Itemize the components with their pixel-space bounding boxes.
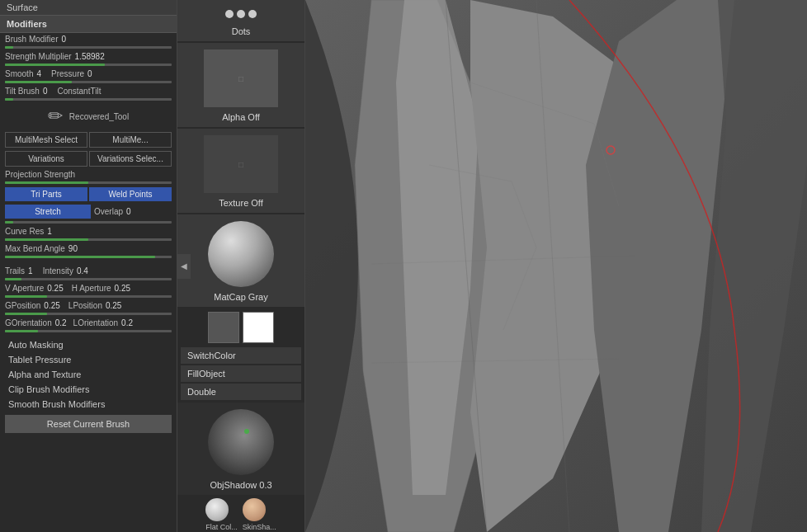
flat-color-item[interactable]: Flat Col... bbox=[205, 498, 238, 531]
white-color-swatch[interactable] bbox=[243, 312, 274, 343]
viewport-svg bbox=[305, 0, 807, 532]
viewport[interactable] bbox=[305, 0, 807, 532]
max-bend-label: Max Bend Angle bbox=[5, 244, 65, 253]
skin-shader-label: SkinSha... bbox=[243, 523, 276, 531]
pressure-label: Pressure bbox=[51, 69, 84, 78]
obj-shadow-label: ObjShadow 0.3 bbox=[181, 478, 301, 492]
stretch-overlap-row: Stretch Overlap 0 bbox=[0, 203, 177, 220]
pressure-value: 0 bbox=[87, 69, 92, 78]
dots-icon bbox=[181, 3, 301, 25]
flat-color-ball bbox=[205, 498, 229, 521]
surface-bar[interactable]: Surface bbox=[0, 0, 177, 16]
h-aperture-value: 0.25 bbox=[115, 284, 130, 293]
flat-skin-row: Flat Col... SkinSha... bbox=[177, 495, 304, 532]
dot-3 bbox=[248, 10, 257, 18]
orientation-row: GOrientation 0.2 LOrientation 0.2 bbox=[0, 317, 177, 329]
tool-icon-row: ✏ Recovered_Tool bbox=[0, 102, 177, 130]
multimesh-row: MultiMesh Select MultiMe... bbox=[0, 130, 177, 149]
alpha-texture-link[interactable]: Alpha and Texture bbox=[0, 367, 177, 382]
smooth-pressure-row: Smooth 4 Pressure 0 bbox=[0, 68, 177, 80]
smooth-value: 4 bbox=[36, 69, 41, 78]
g-position-label: GPosition bbox=[5, 301, 40, 310]
projection-strength-label: Projection Strength bbox=[5, 170, 75, 179]
alpha-off-label: Alpha Off bbox=[181, 111, 301, 124]
brush-modifier-slider[interactable] bbox=[5, 46, 172, 49]
tilt-slider[interactable] bbox=[5, 98, 172, 101]
surface-label: Surface bbox=[7, 2, 38, 12]
multimesh-btn[interactable]: MultiMe... bbox=[89, 132, 172, 148]
smooth-brush-link[interactable]: Smooth Brush Modifiers bbox=[0, 397, 177, 412]
weld-points-btn[interactable]: Weld Points bbox=[89, 187, 172, 201]
brush-modifier-value: 0 bbox=[61, 35, 66, 44]
l-orientation-value: 0.2 bbox=[121, 318, 133, 327]
h-aperture-label: H Aperture bbox=[72, 284, 111, 293]
dot-2 bbox=[237, 10, 245, 18]
reset-brush-btn[interactable]: Reset Current Brush bbox=[5, 415, 172, 433]
variations-select-btn[interactable]: Variations Selec... bbox=[89, 151, 172, 167]
obj-shadow-section: ObjShadow 0.3 bbox=[177, 403, 304, 495]
skin-shader-ball bbox=[243, 498, 266, 521]
dot-1 bbox=[225, 10, 234, 18]
tilt-row: Tilt Brush 0 ConstantTilt bbox=[0, 85, 177, 97]
skin-shader-item[interactable]: SkinSha... bbox=[243, 498, 276, 531]
color-row bbox=[177, 308, 304, 346]
smooth-slider[interactable] bbox=[5, 81, 172, 83]
brush-modifier-label: Brush Modifier bbox=[5, 35, 58, 44]
stretch-btn[interactable]: Stretch bbox=[5, 205, 91, 219]
max-bend-row: Max Bend Angle 90 bbox=[0, 242, 177, 255]
trails-intensity-row: Trails 1 Intensity 0.4 bbox=[0, 265, 177, 277]
trails-slider[interactable] bbox=[5, 278, 172, 280]
aperture-slider[interactable] bbox=[5, 295, 172, 298]
max-bend-value: 90 bbox=[68, 244, 78, 253]
double-btn[interactable]: Double bbox=[181, 384, 301, 400]
g-position-value: 0.25 bbox=[44, 301, 59, 310]
matcap-label: MatCap Gray bbox=[181, 290, 301, 304]
collapse-arrow[interactable]: ◀ bbox=[177, 254, 191, 279]
curve-res-slider[interactable] bbox=[5, 238, 172, 241]
brush-icon: ✏ bbox=[48, 106, 63, 127]
strength-multiplier-value: 1.58982 bbox=[75, 52, 105, 61]
position-row: GPosition 0.25 LPosition 0.25 bbox=[0, 299, 177, 312]
texture-off-section[interactable]: □ Texture Off bbox=[177, 129, 304, 213]
clip-brush-link[interactable]: Clip Brush Modifiers bbox=[0, 382, 177, 397]
multimesh-select-btn[interactable]: MultiMesh Select bbox=[5, 132, 87, 148]
trails-label: Trails bbox=[5, 266, 25, 275]
shadow-ball-container bbox=[208, 409, 274, 475]
tilt-brush-label: Tilt Brush bbox=[5, 87, 40, 96]
alpha-off-section[interactable]: □ Alpha Off bbox=[177, 43, 304, 127]
modifiers-header: Modifiers bbox=[0, 16, 177, 33]
projection-strength-slider[interactable] bbox=[5, 181, 172, 184]
position-slider[interactable] bbox=[5, 313, 172, 315]
overlap-slider[interactable] bbox=[5, 221, 172, 224]
v-aperture-label: V Aperture bbox=[5, 284, 44, 293]
dark-color-swatch[interactable] bbox=[208, 312, 239, 343]
l-position-value: 0.25 bbox=[106, 301, 121, 310]
auto-masking-link[interactable]: Auto Masking bbox=[0, 337, 177, 352]
constant-tilt-label: ConstantTilt bbox=[57, 87, 101, 96]
g-orientation-label: GOrientation bbox=[5, 318, 52, 327]
shadow-dot bbox=[244, 429, 249, 434]
alpha-empty-icon: □ bbox=[238, 74, 243, 83]
strength-multiplier-slider[interactable] bbox=[5, 64, 172, 66]
overlap-value: 0 bbox=[126, 207, 131, 216]
tri-parts-btn[interactable]: Tri Parts bbox=[5, 187, 87, 201]
intensity-label: Intensity bbox=[43, 266, 73, 275]
left-panel: Surface Modifiers Brush Modifier 0 Stren… bbox=[0, 0, 177, 532]
curve-res-row: Curve Res 1 bbox=[0, 225, 177, 238]
orientation-slider[interactable] bbox=[5, 330, 172, 332]
switch-color-btn[interactable]: SwitchColor bbox=[181, 347, 301, 364]
curve-res-label: Curve Res bbox=[5, 227, 44, 236]
dots-label: Dots bbox=[181, 25, 301, 38]
matcap-ball bbox=[208, 221, 274, 287]
fill-object-btn[interactable]: FillObject bbox=[181, 365, 301, 382]
projection-strength-row: Projection Strength bbox=[0, 168, 177, 181]
matcap-section[interactable]: MatCap Gray bbox=[177, 214, 304, 307]
alpha-preview: □ bbox=[204, 49, 278, 107]
max-bend-slider[interactable] bbox=[5, 256, 172, 258]
strength-multiplier-label: Strength Multiplier bbox=[5, 52, 72, 61]
variations-btn[interactable]: Variations bbox=[5, 151, 87, 167]
mid-panel: Dots □ Alpha Off □ Texture Off MatCap Gr… bbox=[177, 0, 305, 532]
l-position-label: LPosition bbox=[68, 301, 102, 310]
variations-row: Variations Variations Selec... bbox=[0, 149, 177, 168]
tablet-pressure-link[interactable]: Tablet Pressure bbox=[0, 352, 177, 367]
